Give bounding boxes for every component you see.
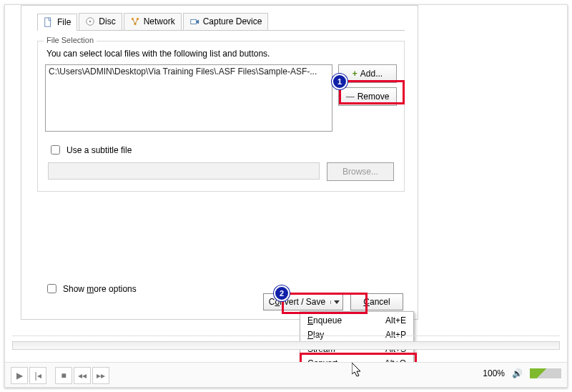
convert-save-dropdown[interactable] xyxy=(330,300,342,304)
subtitle-checkbox[interactable] xyxy=(51,145,60,155)
tab-network[interactable]: Network xyxy=(124,13,182,30)
svg-point-2 xyxy=(89,21,92,23)
convert-save-button[interactable]: Convert / Save xyxy=(263,293,343,310)
minus-icon: — xyxy=(346,92,355,102)
zoom-level: 100% xyxy=(483,368,505,378)
shortcut: Alt+E xyxy=(385,315,406,325)
remove-button[interactable]: — Remove xyxy=(338,87,397,106)
volume-slider[interactable] xyxy=(530,368,561,378)
disc-icon xyxy=(85,16,95,26)
prev-track-button[interactable]: |◂ xyxy=(29,367,46,384)
play-button[interactable]: ▶ xyxy=(11,367,28,384)
file-selection-hint: You can select local files with the foll… xyxy=(46,49,397,59)
subtitle-path-field xyxy=(48,162,320,180)
next-button[interactable]: ▸▸ xyxy=(92,367,109,384)
network-icon xyxy=(130,16,140,26)
tab-label: File xyxy=(57,17,71,27)
button-label: Add... xyxy=(360,69,383,79)
file-list-item[interactable]: C:\Users\ADMIN\Desktop\Via Training File… xyxy=(46,65,332,78)
plus-icon: + xyxy=(352,69,358,79)
seek-track[interactable] xyxy=(12,341,560,350)
svg-rect-0 xyxy=(45,18,51,26)
menu-item-enqueue[interactable]: Enqueue Alt+E xyxy=(300,313,413,328)
tab-label: Capture Device xyxy=(203,16,262,26)
file-icon xyxy=(44,17,54,27)
tab-underline xyxy=(37,30,405,31)
prev-button[interactable]: ◂◂ xyxy=(74,367,91,384)
group-title: File Selection xyxy=(44,36,97,44)
add-button[interactable]: + Add... xyxy=(338,64,397,83)
tab-label: Network xyxy=(144,16,175,26)
player-toolbar: ▶ |◂ ■ ◂◂ ▸▸ 100% 🔊 xyxy=(5,362,567,387)
more-options-checkbox[interactable] xyxy=(47,284,56,293)
svg-rect-6 xyxy=(190,19,196,24)
menu-item-play[interactable]: Play Alt+P xyxy=(300,328,413,342)
tab-disc[interactable]: Disc xyxy=(79,13,122,30)
tab-file[interactable]: File xyxy=(37,14,77,31)
capture-icon xyxy=(189,16,199,26)
shortcut: Alt+P xyxy=(385,330,406,340)
tab-capture[interactable]: Capture Device xyxy=(183,13,269,30)
stop-button[interactable]: ■ xyxy=(55,367,72,384)
tab-label: Disc xyxy=(99,16,115,26)
file-list[interactable]: C:\Users\ADMIN\Desktop\Via Training File… xyxy=(45,64,332,132)
chevron-down-icon xyxy=(334,300,340,304)
app-frame: File Disc Network xyxy=(4,4,568,388)
open-media-dialog: File Disc Network xyxy=(21,5,418,320)
show-more-options[interactable]: Show more options xyxy=(44,282,137,295)
divider xyxy=(12,335,560,336)
file-selection-group: File Selection You can select local file… xyxy=(37,41,405,192)
subtitle-checkbox-row[interactable]: Use a subtitle file xyxy=(48,143,394,157)
speaker-icon[interactable]: 🔊 xyxy=(512,368,523,378)
button-label: Convert / Save xyxy=(264,297,330,307)
cancel-button[interactable]: Cancel xyxy=(350,293,403,310)
button-label: Browse... xyxy=(342,167,378,177)
svg-marker-7 xyxy=(196,19,199,24)
checkbox-label: Show more options xyxy=(63,284,137,294)
button-label: Remove xyxy=(358,92,390,102)
browse-button: Browse... xyxy=(327,162,394,181)
source-tabs: File Disc Network xyxy=(21,6,418,30)
checkbox-label: Use a subtitle file xyxy=(66,145,132,155)
button-label: Cancel xyxy=(363,297,390,307)
